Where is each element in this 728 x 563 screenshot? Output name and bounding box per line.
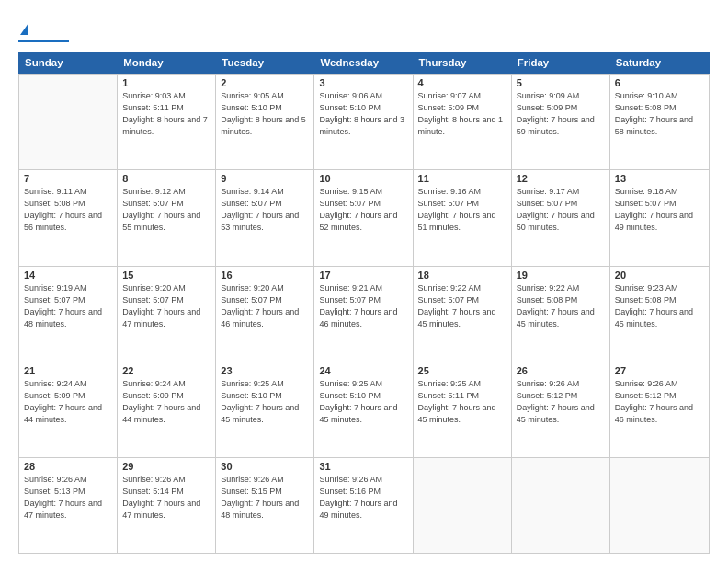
day-info: Sunrise: 9:25 AMSunset: 5:10 PMDaylight:… [221, 378, 309, 426]
day-info: Sunrise: 9:24 AMSunset: 5:09 PMDaylight:… [122, 378, 210, 426]
day-info: Sunrise: 9:10 AMSunset: 5:08 PMDaylight:… [615, 90, 704, 138]
day-info: Sunrise: 9:11 AMSunset: 5:08 PMDaylight:… [24, 186, 112, 234]
day-number: 28 [24, 461, 112, 472]
calendar-cell: 1Sunrise: 9:03 AMSunset: 5:11 PMDaylight… [118, 75, 216, 169]
calendar-cell: 21Sunrise: 9:24 AMSunset: 5:09 PMDayligh… [19, 362, 118, 457]
day-info: Sunrise: 9:19 AMSunset: 5:07 PMDaylight:… [24, 282, 112, 330]
day-number: 30 [221, 461, 309, 472]
day-info: Sunrise: 9:17 AMSunset: 5:07 PMDaylight:… [517, 186, 605, 234]
calendar-cell: 8Sunrise: 9:12 AMSunset: 5:07 PMDaylight… [118, 170, 216, 265]
calendar-header: SundayMondayTuesdayWednesdayThursdayFrid… [18, 52, 710, 74]
day-number: 7 [24, 173, 112, 184]
day-number: 5 [517, 77, 605, 88]
day-info: Sunrise: 9:26 AMSunset: 5:14 PMDaylight:… [122, 474, 210, 522]
day-info: Sunrise: 9:26 AMSunset: 5:12 PMDaylight:… [615, 378, 704, 426]
calendar-cell: 13Sunrise: 9:18 AMSunset: 5:07 PMDayligh… [610, 170, 709, 265]
day-info: Sunrise: 9:25 AMSunset: 5:10 PMDaylight:… [319, 378, 407, 426]
calendar-cell: 6Sunrise: 9:10 AMSunset: 5:08 PMDaylight… [610, 75, 709, 169]
day-number: 1 [122, 77, 210, 88]
day-number: 2 [221, 77, 309, 88]
logo-underline [18, 40, 69, 42]
logo-triangle-icon [20, 23, 28, 35]
day-number: 10 [319, 173, 407, 184]
day-info: Sunrise: 9:21 AMSunset: 5:07 PMDaylight:… [319, 282, 407, 330]
day-info: Sunrise: 9:26 AMSunset: 5:13 PMDaylight:… [24, 474, 112, 522]
day-info: Sunrise: 9:22 AMSunset: 5:07 PMDaylight:… [418, 282, 506, 330]
calendar-cell: 11Sunrise: 9:16 AMSunset: 5:07 PMDayligh… [414, 170, 512, 265]
day-number: 24 [319, 365, 407, 376]
calendar-week-row: 21Sunrise: 9:24 AMSunset: 5:09 PMDayligh… [19, 362, 709, 457]
calendar-cell: 29Sunrise: 9:26 AMSunset: 5:14 PMDayligh… [118, 458, 216, 553]
day-number: 22 [122, 365, 210, 376]
calendar-cell [512, 458, 610, 553]
calendar-cell: 14Sunrise: 9:19 AMSunset: 5:07 PMDayligh… [19, 267, 118, 362]
page: SundayMondayTuesdayWednesdayThursdayFrid… [0, 0, 728, 563]
calendar-cell: 27Sunrise: 9:26 AMSunset: 5:12 PMDayligh… [610, 362, 709, 457]
calendar-cell: 17Sunrise: 9:21 AMSunset: 5:07 PMDayligh… [314, 267, 413, 362]
calendar-cell: 22Sunrise: 9:24 AMSunset: 5:09 PMDayligh… [118, 362, 216, 457]
day-number: 21 [24, 365, 112, 376]
day-info: Sunrise: 9:24 AMSunset: 5:09 PMDaylight:… [24, 378, 112, 426]
day-number: 15 [122, 270, 210, 281]
logo-text [18, 17, 28, 39]
day-number: 6 [615, 77, 704, 88]
calendar-cell: 12Sunrise: 9:17 AMSunset: 5:07 PMDayligh… [512, 170, 610, 265]
calendar-cell: 28Sunrise: 9:26 AMSunset: 5:13 PMDayligh… [19, 458, 118, 553]
day-info: Sunrise: 9:18 AMSunset: 5:07 PMDaylight:… [615, 186, 704, 234]
day-info: Sunrise: 9:22 AMSunset: 5:08 PMDaylight:… [517, 282, 605, 330]
day-info: Sunrise: 9:03 AMSunset: 5:11 PMDaylight:… [122, 90, 210, 138]
day-info: Sunrise: 9:12 AMSunset: 5:07 PMDaylight:… [122, 186, 210, 234]
day-info: Sunrise: 9:20 AMSunset: 5:07 PMDaylight:… [221, 282, 309, 330]
calendar-day-header: Sunday [19, 52, 118, 73]
calendar-cell: 24Sunrise: 9:25 AMSunset: 5:10 PMDayligh… [314, 362, 413, 457]
calendar-cell [414, 458, 512, 553]
calendar-cell: 18Sunrise: 9:22 AMSunset: 5:07 PMDayligh… [414, 267, 512, 362]
day-info: Sunrise: 9:06 AMSunset: 5:10 PMDaylight:… [319, 90, 407, 138]
day-info: Sunrise: 9:23 AMSunset: 5:08 PMDaylight:… [615, 282, 704, 330]
calendar-cell: 10Sunrise: 9:15 AMSunset: 5:07 PMDayligh… [314, 170, 413, 265]
day-number: 13 [615, 173, 704, 184]
calendar-day-header: Saturday [610, 52, 709, 73]
calendar-cell: 26Sunrise: 9:26 AMSunset: 5:12 PMDayligh… [512, 362, 610, 457]
calendar-week-row: 28Sunrise: 9:26 AMSunset: 5:13 PMDayligh… [19, 457, 709, 553]
day-number: 9 [221, 173, 309, 184]
calendar-cell [610, 458, 709, 553]
day-number: 11 [418, 173, 506, 184]
day-info: Sunrise: 9:14 AMSunset: 5:07 PMDaylight:… [221, 186, 309, 234]
calendar-cell: 23Sunrise: 9:25 AMSunset: 5:10 PMDayligh… [216, 362, 314, 457]
calendar-cell: 16Sunrise: 9:20 AMSunset: 5:07 PMDayligh… [216, 267, 314, 362]
day-number: 17 [319, 270, 407, 281]
day-number: 4 [418, 77, 506, 88]
day-number: 25 [418, 365, 506, 376]
calendar-cell: 20Sunrise: 9:23 AMSunset: 5:08 PMDayligh… [610, 267, 709, 362]
calendar-cell: 4Sunrise: 9:07 AMSunset: 5:09 PMDaylight… [414, 75, 512, 169]
calendar-cell: 3Sunrise: 9:06 AMSunset: 5:10 PMDaylight… [314, 75, 413, 169]
calendar-cell [19, 75, 118, 169]
day-number: 12 [517, 173, 605, 184]
calendar-cell: 7Sunrise: 9:11 AMSunset: 5:08 PMDaylight… [19, 170, 118, 265]
calendar-day-header: Friday [512, 52, 610, 73]
calendar-day-header: Tuesday [216, 52, 314, 73]
header [18, 17, 710, 42]
calendar-week-row: 14Sunrise: 9:19 AMSunset: 5:07 PMDayligh… [19, 266, 709, 362]
calendar-cell: 30Sunrise: 9:26 AMSunset: 5:15 PMDayligh… [216, 458, 314, 553]
day-number: 18 [418, 270, 506, 281]
calendar-cell: 9Sunrise: 9:14 AMSunset: 5:07 PMDaylight… [216, 170, 314, 265]
calendar-day-header: Thursday [414, 52, 512, 73]
day-number: 23 [221, 365, 309, 376]
day-number: 14 [24, 270, 112, 281]
day-info: Sunrise: 9:15 AMSunset: 5:07 PMDaylight:… [319, 186, 407, 234]
day-info: Sunrise: 9:25 AMSunset: 5:11 PMDaylight:… [418, 378, 506, 426]
day-number: 3 [319, 77, 407, 88]
day-info: Sunrise: 9:09 AMSunset: 5:09 PMDaylight:… [517, 90, 605, 138]
calendar-day-header: Monday [118, 52, 216, 73]
calendar-day-header: Wednesday [314, 52, 413, 73]
day-info: Sunrise: 9:16 AMSunset: 5:07 PMDaylight:… [418, 186, 506, 234]
day-number: 26 [517, 365, 605, 376]
day-number: 8 [122, 173, 210, 184]
day-info: Sunrise: 9:20 AMSunset: 5:07 PMDaylight:… [122, 282, 210, 330]
day-info: Sunrise: 9:07 AMSunset: 5:09 PMDaylight:… [418, 90, 506, 138]
day-number: 16 [221, 270, 309, 281]
day-number: 29 [122, 461, 210, 472]
day-info: Sunrise: 9:26 AMSunset: 5:16 PMDaylight:… [319, 474, 407, 522]
